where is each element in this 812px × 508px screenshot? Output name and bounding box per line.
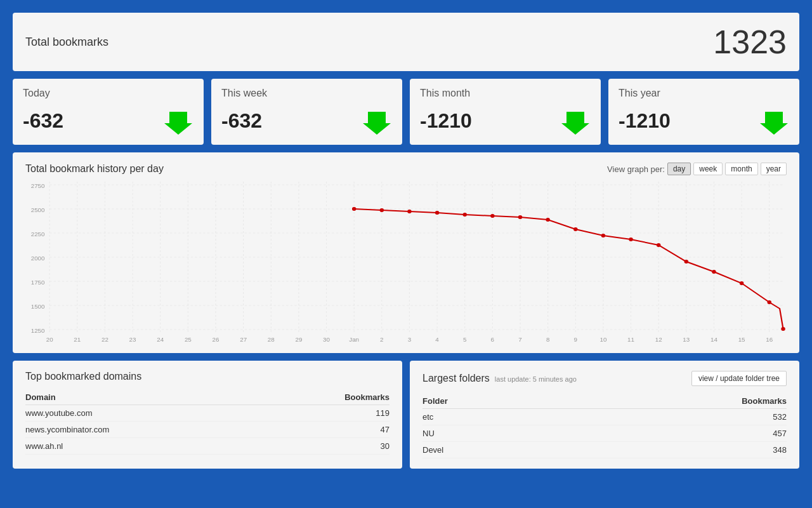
svg-text:1500: 1500 [31, 303, 45, 310]
graph-btn-month[interactable]: month [725, 163, 757, 175]
svg-text:9: 9 [574, 336, 577, 343]
graph-view-label: View graph per: [607, 164, 665, 174]
table-row: www.youtube.com119 [25, 405, 390, 422]
svg-point-72 [352, 207, 357, 211]
svg-point-85 [712, 270, 716, 274]
svg-point-73 [380, 208, 384, 212]
folders-col-folder: Folder [422, 394, 553, 409]
svg-point-80 [573, 227, 578, 231]
domains-table: Domain Bookmarks www.youtube.com119news.… [25, 390, 390, 455]
folder-name: Devel [422, 442, 553, 458]
chart-area: 2750 2500 2250 2000 1750 1500 1250 [25, 182, 787, 347]
domain-count: 47 [263, 422, 390, 438]
stat-month-label: This month [420, 88, 591, 99]
folders-title: Largest folders [422, 373, 490, 384]
svg-text:2: 2 [380, 336, 383, 343]
graph-btn-day[interactable]: day [667, 163, 691, 175]
svg-text:Jan: Jan [349, 336, 359, 343]
svg-text:15: 15 [738, 336, 745, 343]
stat-month-value: -1210 [420, 109, 472, 133]
svg-marker-0 [164, 112, 192, 135]
domain-name: www.ah.nl [25, 438, 263, 455]
svg-text:14: 14 [710, 336, 717, 343]
graph-controls: View graph per: day week month year [607, 163, 787, 175]
svg-text:29: 29 [295, 336, 302, 343]
graph-btn-year[interactable]: year [761, 163, 787, 175]
stat-week-label: This week [221, 88, 392, 99]
domains-col-bookmarks: Bookmarks [263, 390, 390, 405]
svg-text:2250: 2250 [31, 231, 45, 237]
stat-today-label: Today [23, 88, 193, 99]
svg-text:30: 30 [323, 336, 330, 343]
domain-name: news.ycombinator.com [25, 422, 263, 438]
update-folder-tree-button[interactable]: view / update folder tree [691, 371, 787, 386]
svg-text:24: 24 [157, 336, 164, 343]
folder-name: etc [422, 409, 553, 425]
total-bookmarks-card: Total bookmarks 1323 [13, 13, 799, 71]
svg-text:1750: 1750 [31, 279, 45, 286]
domain-count: 119 [263, 405, 390, 422]
year-down-arrow [759, 105, 789, 136]
month-down-arrow [560, 105, 591, 136]
domains-card: Top bookmarked domains Domain Bookmarks … [13, 361, 402, 469]
stat-year-value: -1210 [619, 109, 671, 133]
svg-point-87 [767, 300, 771, 304]
folder-name: NU [422, 425, 553, 442]
table-row: etc532 [422, 409, 787, 425]
svg-text:20: 20 [46, 336, 53, 343]
stat-year-label: This year [619, 88, 789, 99]
folders-card: Largest folders last update: 5 minutes a… [410, 361, 799, 469]
domains-col-domain: Domain [25, 390, 263, 405]
svg-text:16: 16 [766, 336, 773, 343]
svg-point-76 [462, 213, 467, 217]
folder-count: 457 [553, 425, 787, 442]
table-row: news.ycombinator.com47 [25, 422, 390, 438]
stat-year: This year -1210 [608, 79, 799, 145]
stats-row: Today -632 This week -632 This month -12… [13, 79, 799, 145]
svg-point-82 [629, 237, 633, 241]
svg-text:6: 6 [491, 336, 494, 343]
svg-text:8: 8 [546, 336, 549, 343]
svg-point-86 [740, 281, 744, 285]
svg-point-79 [546, 218, 550, 222]
svg-text:25: 25 [185, 336, 192, 343]
svg-text:23: 23 [129, 336, 136, 343]
svg-text:27: 27 [240, 336, 247, 343]
graph-title: Total bookmark history per day [25, 163, 164, 175]
svg-text:2750: 2750 [31, 182, 45, 189]
svg-marker-1 [363, 112, 391, 135]
svg-text:13: 13 [683, 336, 690, 343]
svg-marker-2 [561, 112, 589, 135]
graph-card: Total bookmark history per day View grap… [13, 152, 799, 353]
svg-text:28: 28 [268, 336, 275, 343]
week-down-arrow [362, 105, 392, 136]
svg-text:10: 10 [599, 336, 606, 343]
svg-point-77 [490, 214, 495, 218]
svg-text:4: 4 [435, 336, 438, 343]
svg-text:5: 5 [463, 336, 466, 343]
svg-text:12: 12 [655, 336, 662, 343]
stat-today-value: -632 [23, 109, 63, 133]
folders-last-update: last update: 5 minutes ago [495, 375, 577, 383]
svg-text:21: 21 [74, 336, 81, 343]
svg-marker-3 [760, 112, 788, 135]
svg-text:11: 11 [627, 336, 634, 343]
svg-point-81 [601, 234, 606, 237]
total-label: Total bookmarks [25, 36, 108, 49]
domains-title: Top bookmarked domains [25, 371, 390, 382]
stat-week-value: -632 [221, 109, 262, 133]
table-row: www.ah.nl30 [25, 438, 390, 455]
folder-count: 532 [553, 409, 787, 425]
table-row: Devel348 [422, 442, 787, 458]
svg-point-83 [657, 243, 661, 247]
graph-btn-week[interactable]: week [693, 163, 723, 175]
stat-today: Today -632 [13, 79, 204, 145]
svg-text:2000: 2000 [31, 255, 45, 262]
stat-month: This month -1210 [410, 79, 601, 145]
svg-point-78 [518, 215, 523, 219]
svg-text:3: 3 [408, 336, 411, 343]
total-value: 1323 [713, 23, 787, 61]
folder-count: 348 [553, 442, 787, 458]
svg-point-84 [684, 260, 689, 264]
svg-text:22: 22 [102, 336, 108, 343]
